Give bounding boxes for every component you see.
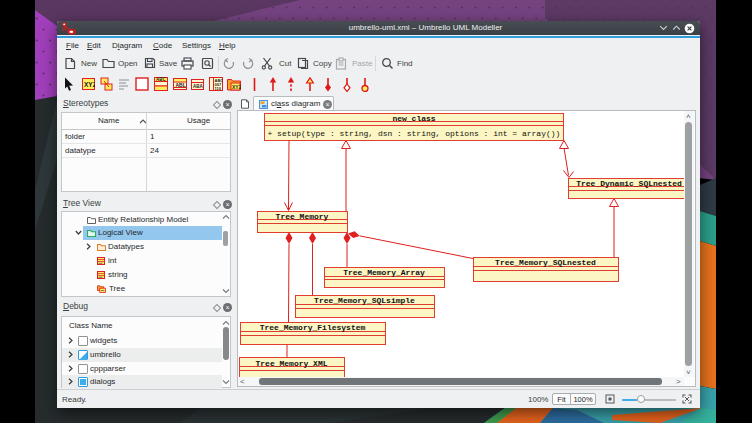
svg-text:ABL: ABL	[176, 82, 186, 88]
svg-text:+ setup(type : string, dsn : s: + setup(type : string, dsn : string, opt…	[268, 129, 561, 138]
svg-text:Tree_Memory: Tree_Memory	[276, 212, 329, 221]
svg-text:Tree_Memory_Filesystem: Tree_Memory_Filesystem	[260, 323, 366, 332]
svg-text:XYZ: XYZ	[84, 81, 95, 88]
svg-text:Tree_Memory_XML: Tree_Memory_XML	[255, 359, 327, 368]
svg-text:Tree_Memory_Array: Tree_Memory_Array	[343, 268, 425, 277]
svg-text:Tree_Memory_SQLsimple: Tree_Memory_SQLsimple	[314, 296, 415, 305]
svg-text:XY2: XY2	[232, 84, 241, 90]
svg-text:110: 110	[215, 86, 222, 91]
svg-text:Tree_Memory_SQLnested: Tree_Memory_SQLnested	[495, 258, 596, 267]
svg-text:ABA: ABA	[193, 84, 203, 89]
svg-text:new_class: new_class	[392, 114, 435, 123]
svg-text:Tree_Dynamic_SQLnested: Tree_Dynamic_SQLnested	[576, 179, 682, 188]
svg-text:ABC: ABC	[156, 77, 166, 82]
